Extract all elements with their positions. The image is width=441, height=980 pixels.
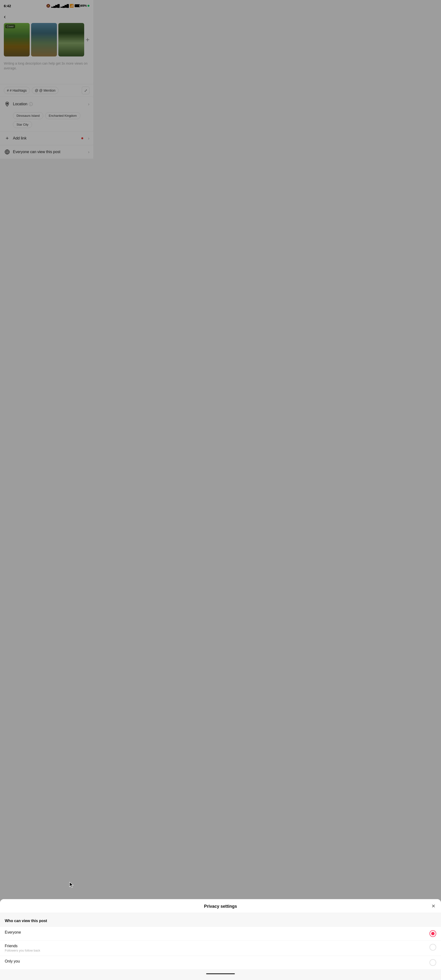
overlay-backdrop[interactable] bbox=[0, 0, 93, 202]
